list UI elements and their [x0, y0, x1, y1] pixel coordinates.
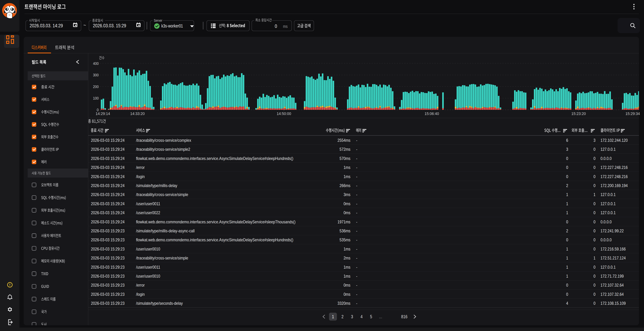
svg-text:172.102.244.120: 172.102.244.120	[600, 138, 628, 143]
svg-text:-: -	[356, 256, 358, 260]
svg-text:2: 2	[342, 314, 344, 319]
svg-text:0: 0	[594, 246, 596, 252]
svg-text:0: 0	[566, 238, 568, 242]
svg-text:1ms: 1ms	[344, 165, 350, 170]
svg-text:0: 0	[594, 274, 596, 278]
svg-text:-: -	[356, 246, 358, 252]
svg-text:0: 0	[594, 147, 596, 152]
svg-text:-: -	[356, 147, 358, 152]
svg-text:2026-03-03 15:29:23: 2026-03-03 15:29:23	[91, 246, 124, 252]
svg-text:4: 4	[566, 301, 568, 306]
svg-text:0: 0	[594, 165, 596, 170]
svg-text:0: 0	[594, 283, 596, 288]
svg-text:/user/user0022: /user/user0022	[136, 210, 160, 215]
svg-text:172.227.248.216: 172.227.248.216	[600, 174, 628, 179]
svg-text:400: 400	[93, 61, 99, 66]
svg-text:172.227.248.216: 172.227.248.216	[600, 165, 628, 170]
svg-text:2026-03-03 15:29:24: 2026-03-03 15:29:24	[91, 210, 124, 215]
svg-text:Server: Server	[154, 18, 162, 22]
svg-text:/traceability/cross-service/si: /traceability/cross-service/simple2	[136, 147, 190, 152]
svg-text:-: -	[356, 174, 358, 179]
svg-text:1: 1	[332, 314, 334, 319]
svg-text:172.71.72.199: 172.71.72.199	[600, 274, 624, 278]
svg-text:/traceability/cross-service/co: /traceability/cross-service/complex	[136, 138, 191, 143]
svg-text:1971ms: 1971ms	[338, 220, 350, 224]
svg-text:172.216.59.166: 172.216.59.166	[600, 246, 626, 252]
svg-text:/simulate/type/millis-delay: /simulate/type/millis-delay	[136, 183, 177, 188]
svg-text:0ms: 0ms	[344, 292, 350, 297]
svg-text:ms: ms	[283, 24, 288, 29]
svg-text:127.0.0.1: 127.0.0.1	[600, 210, 616, 215]
svg-text:14:33:20: 14:33:20	[130, 112, 145, 116]
svg-text:127.0.0.1: 127.0.0.1	[600, 265, 616, 270]
svg-text:-: -	[356, 228, 358, 233]
svg-text:0: 0	[594, 156, 596, 161]
svg-text:1: 1	[594, 192, 596, 197]
svg-text:2554ms: 2554ms	[338, 138, 350, 143]
svg-text:0.0.0.0: 0.0.0.0	[600, 238, 612, 242]
svg-text:172.241.99.22: 172.241.99.22	[600, 228, 624, 233]
svg-text:535ms: 535ms	[340, 238, 350, 242]
svg-text:/simulate/type/seconds-delay: /simulate/type/seconds-delay	[136, 301, 183, 306]
svg-text:-: -	[356, 292, 358, 297]
svg-text:1: 1	[566, 246, 568, 252]
svg-text:4: 4	[360, 314, 362, 319]
svg-text:536ms: 536ms	[340, 228, 350, 233]
svg-text:6: 6	[566, 138, 568, 143]
svg-text:15:29:34: 15:29:34	[626, 112, 640, 116]
svg-text:0: 0	[594, 210, 596, 215]
svg-text:...: ...	[379, 314, 382, 319]
svg-text:2026-03-03 15:29:24: 2026-03-03 15:29:24	[91, 183, 124, 188]
svg-text:0: 0	[594, 201, 596, 206]
svg-text:/login: /login	[136, 174, 145, 179]
svg-text:0ms: 0ms	[344, 201, 350, 206]
svg-text:2ms: 2ms	[344, 256, 350, 260]
svg-text:-: -	[356, 201, 358, 206]
svg-text:0: 0	[594, 183, 596, 188]
svg-text:0: 0	[566, 156, 568, 161]
svg-text:2: 2	[566, 228, 568, 233]
svg-text:/traceability/cross-service/si: /traceability/cross-service/simple	[136, 256, 188, 260]
svg-text:-: -	[356, 165, 358, 170]
svg-text:1: 1	[566, 274, 568, 278]
svg-text:/login: /login	[136, 292, 145, 297]
svg-text:2026-03-03 15:29:23: 2026-03-03 15:29:23	[91, 265, 124, 270]
svg-text:-: -	[356, 192, 358, 197]
svg-text:172.107.32.64: 172.107.32.64	[600, 292, 624, 297]
svg-text:570ms: 570ms	[340, 156, 350, 161]
svg-text:3ms: 3ms	[344, 192, 350, 197]
svg-text:/user/user0011: /user/user0011	[136, 265, 160, 270]
svg-text:172.107.32.64: 172.107.32.64	[600, 283, 624, 288]
svg-text:-: -	[356, 283, 358, 288]
svg-text:1: 1	[566, 201, 568, 206]
svg-text:-: -	[356, 156, 358, 161]
svg-text:1: 1	[594, 256, 596, 260]
svg-text:0: 0	[566, 220, 568, 224]
svg-text:14:50:00: 14:50:00	[277, 112, 291, 116]
svg-text:2026-03-03 15:29:24: 2026-03-03 15:29:24	[91, 220, 124, 224]
svg-text:0: 0	[594, 238, 596, 242]
svg-text:2026-03-03 15:29:24: 2026-03-03 15:29:24	[91, 192, 124, 197]
svg-text:1ms: 1ms	[344, 174, 350, 179]
svg-text:-: -	[356, 238, 358, 242]
svg-text:1: 1	[566, 210, 568, 215]
svg-text:300: 300	[93, 73, 99, 77]
svg-text:172.108.15.109: 172.108.15.109	[600, 301, 626, 306]
svg-text:2026-03-03 15:29:23: 2026-03-03 15:29:23	[91, 238, 124, 242]
svg-text:2026-03-03 15:29:24: 2026-03-03 15:29:24	[91, 138, 124, 143]
svg-text:0: 0	[594, 174, 596, 179]
svg-text:1ms: 1ms	[344, 274, 350, 278]
svg-text:flowkat.web.demo.commondemo.in: flowkat.web.demo.commondemo.interfaces.s…	[136, 156, 293, 161]
svg-text:2026-03-03 15:29:24: 2026-03-03 15:29:24	[91, 201, 124, 206]
svg-text:816: 816	[401, 314, 408, 319]
svg-text:1: 1	[566, 192, 568, 197]
svg-text:127.0.0.1: 127.0.0.1	[600, 147, 616, 152]
svg-text:172.51.217.124: 172.51.217.124	[600, 256, 626, 260]
svg-text:0: 0	[594, 228, 596, 233]
svg-text:0ms: 0ms	[344, 210, 350, 215]
svg-text:2026-03-03 15:29:24: 2026-03-03 15:29:24	[91, 165, 124, 170]
svg-text:/traceability/cross-service/si: /traceability/cross-service/simple	[136, 192, 188, 197]
svg-text:0: 0	[594, 301, 596, 306]
svg-text:flowkat.web.demo.commondemo.in: flowkat.web.demo.commondemo.interfaces.s…	[136, 220, 296, 224]
svg-text:0: 0	[594, 265, 596, 270]
